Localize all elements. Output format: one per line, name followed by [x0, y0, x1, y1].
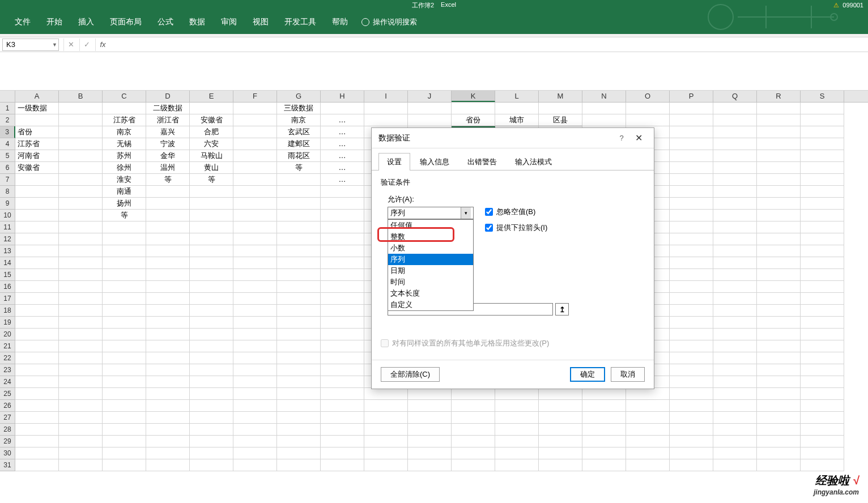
cell[interactable]: [670, 352, 713, 364]
cell[interactable]: [757, 138, 801, 150]
cell[interactable]: [190, 424, 233, 436]
cell[interactable]: [452, 412, 495, 424]
cell[interactable]: 省份: [15, 126, 59, 138]
row-header[interactable]: 24: [0, 376, 15, 388]
cell[interactable]: [190, 376, 233, 388]
col-header[interactable]: R: [757, 91, 801, 102]
cell[interactable]: [15, 447, 59, 459]
formula-input[interactable]: [110, 39, 868, 51]
cell[interactable]: 玄武区: [277, 126, 321, 138]
ignore-blank-checkbox[interactable]: 忽略空值(B): [485, 207, 547, 217]
cell[interactable]: [495, 436, 539, 447]
cell[interactable]: [233, 174, 277, 186]
cell[interactable]: [190, 233, 233, 245]
row-header[interactable]: 26: [0, 400, 15, 412]
cell[interactable]: [59, 269, 103, 281]
row-header[interactable]: 2: [0, 114, 15, 126]
combo-option[interactable]: 序列: [388, 254, 473, 265]
cell[interactable]: [103, 459, 146, 471]
cell[interactable]: [670, 305, 713, 317]
col-header[interactable]: A: [15, 91, 59, 102]
cell[interactable]: [146, 245, 190, 257]
row-header[interactable]: 7: [0, 174, 15, 186]
cell[interactable]: [670, 150, 713, 162]
cell[interactable]: [233, 364, 277, 376]
cell[interactable]: [277, 210, 321, 221]
cell[interactable]: [321, 257, 364, 269]
cell[interactable]: [801, 210, 844, 221]
cell[interactable]: [321, 447, 364, 459]
dialog-titlebar[interactable]: 数据验证 ? ✕: [372, 128, 654, 148]
cell[interactable]: 安徽省: [15, 162, 59, 174]
cell[interactable]: [190, 447, 233, 459]
cell[interactable]: [670, 233, 713, 245]
cell[interactable]: [321, 233, 364, 245]
cell[interactable]: [452, 447, 495, 459]
cell[interactable]: [626, 447, 670, 459]
cell[interactable]: 黄山: [190, 162, 233, 174]
cell[interactable]: [233, 245, 277, 257]
cell[interactable]: [233, 424, 277, 436]
cell[interactable]: [103, 317, 146, 329]
cell[interactable]: 徐州: [103, 162, 146, 174]
cell[interactable]: [233, 281, 277, 293]
cell[interactable]: [670, 269, 713, 281]
cell[interactable]: [15, 305, 59, 317]
cell[interactable]: [539, 424, 582, 436]
cell[interactable]: [757, 233, 801, 245]
cell[interactable]: [408, 447, 452, 459]
cell[interactable]: [757, 269, 801, 281]
cell[interactable]: [452, 424, 495, 436]
row-header[interactable]: 31: [0, 459, 15, 471]
cell[interactable]: [277, 424, 321, 436]
cell[interactable]: 区县: [539, 114, 582, 126]
cell[interactable]: [757, 412, 801, 424]
cell[interactable]: [801, 114, 844, 126]
cell[interactable]: [146, 305, 190, 317]
tab-settings[interactable]: 设置: [378, 153, 410, 170]
row-header[interactable]: 22: [0, 352, 15, 364]
row-header[interactable]: 21: [0, 340, 15, 352]
tab-insert[interactable]: 插入: [70, 11, 102, 33]
cell[interactable]: [103, 293, 146, 305]
cell[interactable]: [801, 186, 844, 198]
cell[interactable]: 建邺区: [277, 138, 321, 150]
col-header[interactable]: B: [59, 91, 103, 102]
cell[interactable]: [190, 400, 233, 412]
row-header[interactable]: 4: [0, 138, 15, 150]
cell[interactable]: [670, 162, 713, 174]
cell[interactable]: [713, 103, 757, 114]
cell[interactable]: [103, 245, 146, 257]
cell[interactable]: …: [321, 150, 364, 162]
cell[interactable]: [713, 150, 757, 162]
cell[interactable]: [190, 317, 233, 329]
cell[interactable]: [15, 186, 59, 198]
cell[interactable]: [713, 186, 757, 198]
cell[interactable]: [277, 340, 321, 352]
cell[interactable]: [233, 103, 277, 114]
cell[interactable]: [15, 459, 59, 471]
cell[interactable]: [539, 103, 582, 114]
row-header[interactable]: 16: [0, 281, 15, 293]
cell[interactable]: [277, 436, 321, 447]
cell[interactable]: [670, 376, 713, 388]
cell[interactable]: [59, 459, 103, 471]
cell[interactable]: [15, 352, 59, 364]
cell[interactable]: [539, 412, 582, 424]
cell[interactable]: [670, 340, 713, 352]
combo-option[interactable]: 自定义: [388, 299, 473, 310]
cell[interactable]: [190, 269, 233, 281]
cell[interactable]: [539, 436, 582, 447]
cell[interactable]: [103, 436, 146, 447]
formula-enter-icon[interactable]: ✓: [79, 39, 94, 51]
cell[interactable]: [757, 103, 801, 114]
cell[interactable]: [801, 364, 844, 376]
cell[interactable]: [801, 138, 844, 150]
cell[interactable]: [15, 257, 59, 269]
in-cell-dropdown-checkbox[interactable]: 提供下拉箭头(I): [485, 223, 547, 233]
combo-option[interactable]: 时间: [388, 276, 473, 288]
cell[interactable]: [364, 114, 408, 126]
cell[interactable]: [757, 281, 801, 293]
cell[interactable]: …: [321, 138, 364, 150]
cell[interactable]: [146, 364, 190, 376]
